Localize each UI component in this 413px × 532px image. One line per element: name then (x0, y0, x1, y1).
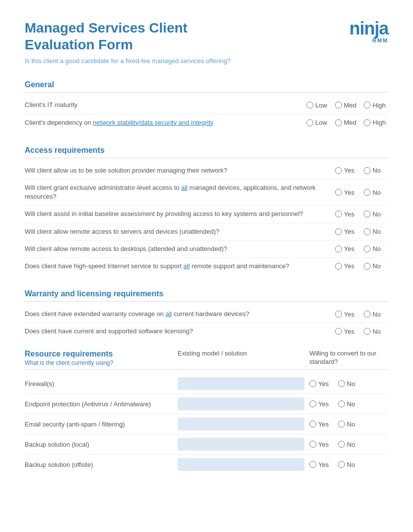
remote-desktops-options: Yes No (335, 245, 388, 252)
endpoint-input[interactable] (178, 397, 304, 410)
backup-local-no[interactable]: No (338, 441, 363, 448)
dependency-med-label[interactable]: Med (344, 119, 356, 126)
row-warranty: Does client have extended warranty cover… (25, 306, 388, 323)
firewall-input-wrapper[interactable] (178, 377, 304, 390)
sole-provider-no[interactable]: No (364, 167, 388, 174)
baseline-yes[interactable]: Yes (335, 211, 360, 218)
warranty-no-radio[interactable] (364, 311, 371, 318)
remote-desktops-no[interactable]: No (364, 245, 388, 252)
endpoint-no[interactable]: No (338, 400, 363, 408)
high-speed-yes-radio[interactable] (335, 263, 342, 270)
dependency-med[interactable]: Med (335, 119, 360, 126)
firewall-label: Firewall(s) (25, 380, 173, 388)
backup-local-input[interactable] (178, 438, 304, 451)
high-speed-no[interactable]: No (364, 262, 388, 270)
firewall-no[interactable]: No (338, 380, 363, 388)
remote-desktops-yes-radio[interactable] (335, 246, 342, 252)
remote-servers-no[interactable]: No (364, 228, 388, 235)
warranty-options: Yes No (335, 311, 388, 318)
endpoint-no-radio[interactable] (338, 400, 345, 407)
row-remote-servers: Will client allow remote access to serve… (25, 223, 388, 241)
dependency-high-label[interactable]: High (373, 119, 386, 126)
page-subtitle: Is this client a good candidate for a fi… (25, 57, 230, 66)
high-speed-no-radio[interactable] (364, 263, 371, 270)
email-yes-radio[interactable] (309, 421, 316, 427)
email-no-radio[interactable] (338, 421, 345, 427)
email-yes[interactable]: Yes (309, 421, 334, 428)
baseline-no[interactable]: No (364, 211, 388, 218)
sole-provider-yes-radio[interactable] (335, 167, 342, 174)
backup-local-yes[interactable]: Yes (309, 441, 334, 448)
backup-offsite-input-wrapper[interactable] (178, 458, 304, 471)
backup-offsite-no[interactable]: No (338, 461, 363, 468)
it-maturity-med-label[interactable]: Med (344, 102, 356, 109)
high-speed-yes[interactable]: Yes (335, 262, 360, 270)
it-maturity-low[interactable]: Low (306, 102, 331, 109)
resource-row-backup-local: Backup solution (local) Yes No (25, 434, 388, 455)
warranty-yes[interactable]: Yes (335, 311, 360, 318)
backup-offsite-label: Backup solution (offsite) (25, 461, 173, 468)
general-title: General (25, 75, 388, 93)
admin-access-yes[interactable]: Yes (335, 189, 360, 196)
backup-local-yes-radio[interactable] (309, 441, 316, 448)
resource-row-endpoint: Endpoint protection (Antivirus / Antimal… (25, 394, 388, 414)
warranty-no[interactable]: No (364, 311, 388, 318)
it-maturity-high-radio[interactable] (364, 102, 371, 108)
it-maturity-low-radio[interactable] (306, 102, 313, 108)
firewall-yes[interactable]: Yes (309, 380, 334, 388)
firewall-yes-radio[interactable] (309, 380, 316, 387)
backup-offsite-no-radio[interactable] (338, 461, 345, 468)
admin-access-no-radio[interactable] (364, 189, 371, 196)
remote-servers-yes[interactable]: Yes (335, 228, 360, 235)
it-maturity-low-label[interactable]: Low (315, 102, 327, 109)
admin-access-yes-radio[interactable] (335, 189, 342, 196)
it-maturity-high-label[interactable]: High (373, 102, 386, 109)
remote-desktops-no-radio[interactable] (364, 246, 371, 252)
it-maturity-options: Low Med High (306, 102, 388, 109)
dependency-med-radio[interactable] (335, 119, 342, 126)
section-warranty: Warranty and licensing requirements Does… (25, 284, 388, 340)
dependency-label: Client's dependency on network stability… (25, 118, 306, 127)
admin-access-no[interactable]: No (364, 189, 388, 196)
remote-servers-options: Yes No (335, 228, 388, 235)
it-maturity-med[interactable]: Med (335, 102, 360, 109)
dependency-low-label[interactable]: Low (315, 119, 327, 126)
remote-servers-no-radio[interactable] (364, 228, 371, 235)
software-licensing-options: Yes No (335, 328, 388, 335)
sole-provider-no-radio[interactable] (364, 167, 371, 174)
backup-offsite-input[interactable] (178, 458, 304, 471)
software-licensing-no-radio[interactable] (364, 328, 371, 335)
email-no[interactable]: No (338, 421, 363, 428)
row-baseline: Will client assist in initial baseline a… (25, 206, 388, 223)
dependency-high-radio[interactable] (364, 119, 371, 126)
dependency-low[interactable]: Low (306, 119, 331, 126)
firewall-no-radio[interactable] (338, 380, 345, 387)
warranty-yes-radio[interactable] (335, 311, 342, 318)
baseline-yes-radio[interactable] (335, 211, 342, 217)
firewall-input[interactable] (178, 377, 304, 390)
backup-local-no-radio[interactable] (338, 441, 345, 448)
sole-provider-yes[interactable]: Yes (335, 167, 360, 174)
backup-offsite-yes-radio[interactable] (309, 461, 316, 468)
remote-desktops-yes[interactable]: Yes (335, 245, 360, 252)
email-input[interactable] (178, 418, 304, 430)
software-licensing-yes-radio[interactable] (335, 328, 342, 335)
it-maturity-high[interactable]: High (364, 102, 388, 109)
resource-row-email: Email security (anti-spam / filtering) Y… (25, 414, 388, 434)
endpoint-yes-radio[interactable] (309, 400, 316, 407)
endpoint-yes[interactable]: Yes (309, 400, 334, 408)
baseline-label: Will client assist in initial baseline a… (25, 210, 335, 218)
endpoint-radio-group: Yes No (309, 400, 388, 408)
backup-local-input-wrapper[interactable] (178, 438, 304, 451)
baseline-no-radio[interactable] (364, 211, 371, 217)
dependency-high[interactable]: High (364, 119, 388, 126)
it-maturity-med-radio[interactable] (335, 102, 342, 108)
endpoint-input-wrapper[interactable] (178, 397, 304, 410)
dependency-low-radio[interactable] (306, 119, 313, 126)
row-high-speed: Does client have high-speed Internet ser… (25, 258, 388, 275)
software-licensing-yes[interactable]: Yes (335, 328, 360, 335)
software-licensing-no[interactable]: No (364, 328, 388, 335)
email-input-wrapper[interactable] (178, 418, 304, 430)
remote-servers-yes-radio[interactable] (335, 228, 342, 235)
backup-offsite-yes[interactable]: Yes (309, 461, 334, 468)
